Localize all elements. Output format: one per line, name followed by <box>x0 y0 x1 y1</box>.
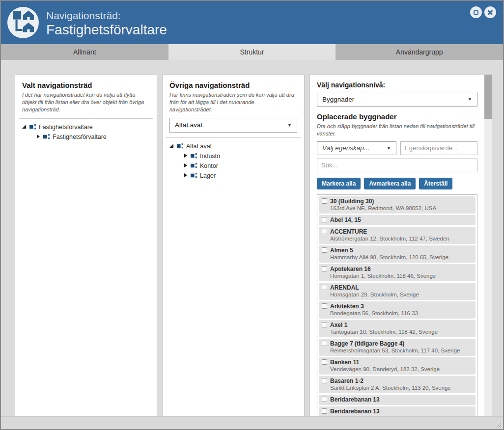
building-address: Vendevägen 90, Danderyd, 182 32, Sverige <box>330 366 473 373</box>
building-checkbox[interactable] <box>322 217 327 222</box>
search-row <box>317 159 477 172</box>
building-item-top: Axel 1 <box>322 322 473 328</box>
building-name: Abel 14, 15 <box>330 216 361 223</box>
building-item[interactable]: Bagge 7 (tidigare Bagge 4)Reimersholmsga… <box>319 339 476 356</box>
building-item[interactable]: Beridarebanan 13 <box>319 395 476 405</box>
button-row: Markera alla Avmarkera alla Återställ <box>317 178 477 189</box>
tree-node[interactable]: Lager <box>169 171 297 180</box>
scrollbar-thumb[interactable] <box>484 75 492 119</box>
building-checkbox[interactable] <box>322 247 327 253</box>
property-select[interactable]: Välj egenskap... ▼ <box>317 141 396 155</box>
property-select-placeholder: Välj egenskap... <box>322 144 369 152</box>
building-checkbox[interactable] <box>322 198 327 204</box>
deselect-all-button[interactable]: Avmarkera alla <box>364 178 416 189</box>
tab-allmant[interactable]: Allmänt <box>1 44 168 60</box>
tab-bar: Allmänt Struktur Användargrupp <box>1 44 503 60</box>
building-address: 163rd Ave NE, Redmond, WA 98052, USA <box>330 205 473 212</box>
building-name: Almen 5 <box>330 247 353 254</box>
building-item[interactable]: Apotekaren 16Hornsgatan 1, Stockholm, 11… <box>319 264 476 281</box>
selected-tree: FastighetsförvaltareFastighetsförvaltare <box>22 123 150 141</box>
tab-anvandargrupp[interactable]: Användargrupp <box>336 44 503 60</box>
navigation-level-label: Välj navigationsnivå: <box>317 81 477 89</box>
divider <box>166 137 301 138</box>
tree-node[interactable]: Industri <box>169 152 297 161</box>
tree-select[interactable]: AlfaLaval ▼ <box>169 118 297 133</box>
expand-icon[interactable] <box>183 163 188 168</box>
building-item[interactable]: Arkitekten 3Bondegatan 56, Stockholm, 11… <box>319 301 476 319</box>
building-checkbox[interactable] <box>322 285 327 290</box>
tree-node[interactable]: Fastighetsförvaltare <box>22 123 150 132</box>
other-trees-panel: Övriga navigationsträd Här finns navigat… <box>162 75 305 417</box>
other-tree: AlfaLavalIndustriKontorLager <box>169 142 297 180</box>
close-icon <box>488 10 493 15</box>
building-name: ARENDAL <box>330 284 359 291</box>
building-name: Arkitekten 3 <box>330 303 364 310</box>
building-checkbox[interactable] <box>322 322 327 327</box>
building-item[interactable]: Basaren 1-2Sankt Eriksplan 2 A, Stockhol… <box>319 376 476 393</box>
building-name: Apotekaren 16 <box>330 266 371 272</box>
expand-icon[interactable] <box>183 173 188 178</box>
building-item[interactable]: Axel 1Tantogatan 10, Stockholm, 118 42, … <box>319 320 476 337</box>
building-item[interactable]: ARENDALHornsgatan 29, Stockholm, Sverige <box>319 283 476 300</box>
navigation-level-value: Byggnader <box>322 96 354 103</box>
building-item-top: 30 (Building 30) <box>322 198 473 205</box>
building-item-top: ACCENTURE <box>322 228 473 235</box>
tree-node-label: Lager <box>200 172 216 179</box>
selected-tree-description: I det här navigationsträdet kan du välja… <box>22 91 150 113</box>
building-item[interactable]: Abel 14, 15 <box>319 215 476 225</box>
building-checkbox[interactable] <box>322 229 327 234</box>
navigation-level-select[interactable]: Byggnader ▼ <box>317 92 477 107</box>
tree-node-label: Kontor <box>200 162 218 169</box>
building-checkbox[interactable] <box>322 397 327 402</box>
building-item[interactable]: Almen 5Hammarby Allé 98, Stockholm, 120 … <box>319 245 476 263</box>
property-value-input[interactable] <box>400 141 477 155</box>
building-checkbox[interactable] <box>322 341 327 346</box>
building-item-top: Basaren 1-2 <box>322 377 473 384</box>
maximize-icon <box>474 10 478 15</box>
navigation-tree-icon <box>7 7 39 38</box>
dialog-title-prefix: Navigationsträd: <box>46 9 167 22</box>
building-address: Hornsgatan 29, Stockholm, Sverige <box>330 292 473 298</box>
building-name: 30 (Building 30) <box>330 198 374 205</box>
dialog-title-name: Fastighetsförvaltare <box>46 22 167 38</box>
tree-node[interactable]: Fastighetsförvaltare <box>22 133 150 141</box>
content-scrollbar[interactable] <box>484 75 492 416</box>
building-item[interactable]: ACCENTUREAlströmergatan 12, Stockholm, 1… <box>319 227 476 244</box>
tree-node[interactable]: Kontor <box>169 161 297 170</box>
building-item-top: Bagge 7 (tidigare Bagge 4) <box>322 340 473 347</box>
building-checkbox[interactable] <box>322 303 327 309</box>
tree-node-icon <box>191 153 197 159</box>
building-checkbox[interactable] <box>322 266 327 271</box>
building-name: Beridarebanan 13 <box>330 408 380 415</box>
building-item[interactable]: 30 (Building 30)163rd Ave NE, Redmond, W… <box>319 196 476 214</box>
buildings-panel: Välj navigationsnivå: Byggnader ▼ Oplace… <box>309 75 485 417</box>
expand-icon[interactable] <box>36 134 40 139</box>
expand-icon[interactable] <box>183 154 188 158</box>
building-item-top: Almen 5 <box>322 247 473 254</box>
tree-node[interactable]: AlfaLaval <box>169 142 297 151</box>
building-item-top: Arkitekten 3 <box>322 303 473 310</box>
tree-node-icon <box>29 124 36 130</box>
collapse-icon[interactable] <box>22 125 27 129</box>
divider <box>19 118 153 119</box>
building-checkbox[interactable] <box>322 359 327 365</box>
building-checkbox[interactable] <box>322 408 327 414</box>
other-trees-title: Övriga navigationsträd <box>169 81 297 89</box>
chevron-down-icon: ▼ <box>287 123 292 128</box>
select-all-button[interactable]: Markera alla <box>317 178 361 189</box>
collapse-icon[interactable] <box>169 144 174 148</box>
building-item[interactable]: Banken 11Vendevägen 90, Danderyd, 182 32… <box>319 357 476 375</box>
reset-button[interactable]: Återställ <box>419 178 452 189</box>
tab-struktur[interactable]: Struktur <box>168 44 336 60</box>
building-item-top: ARENDAL <box>322 284 473 291</box>
building-address: Sankt Eriksplan 2 A, Stockholm, 113 20, … <box>330 385 473 391</box>
resize-grip[interactable] <box>495 421 502 428</box>
building-name: Bagge 7 (tidigare Bagge 4) <box>330 340 404 347</box>
close-button[interactable] <box>484 6 496 18</box>
building-name: Beridarebanan 13 <box>330 396 380 403</box>
building-checkbox[interactable] <box>322 378 327 383</box>
maximize-button[interactable] <box>470 6 482 18</box>
building-item[interactable]: Beridarebanan 13Armborstvägen 7, Älvsjö,… <box>319 406 476 417</box>
tree-node-label: Fastighetsförvaltare <box>39 124 93 131</box>
search-input[interactable] <box>317 159 477 172</box>
